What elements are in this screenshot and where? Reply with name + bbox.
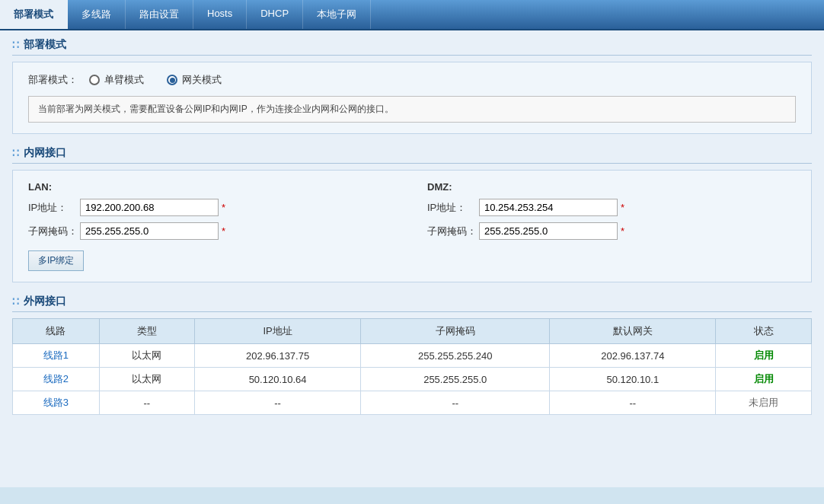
col-ip: IP地址	[195, 319, 361, 344]
deploy-mode-row: 部署模式： 单臂模式 网关模式	[28, 73, 796, 87]
table-cell: 202.96.137.74	[550, 344, 716, 368]
lan-ip-input[interactable]	[80, 199, 219, 216]
radio-single-arm-circle[interactable]	[89, 75, 100, 85]
tab-routing[interactable]: 路由设置	[126, 0, 193, 29]
dmz-mask-input[interactable]	[479, 222, 618, 240]
table-cell: --	[361, 391, 550, 415]
status-badge: 启用	[716, 368, 812, 391]
table-cell: 以太网	[99, 368, 195, 391]
radio-single-arm[interactable]: 单臂模式	[89, 73, 144, 87]
table-row: 线路2以太网50.120.10.64255.255.255.050.120.10…	[13, 368, 812, 391]
lan-mask-required: *	[222, 225, 225, 237]
deploy-section: 部署模式 部署模式： 单臂模式 网关模式 当前部署为网关模式，需要配置设备公网I…	[12, 38, 812, 134]
tab-hosts[interactable]: Hosts	[193, 0, 247, 29]
radio-gateway[interactable]: 网关模式	[167, 73, 222, 87]
table-cell: --	[550, 391, 716, 415]
deploy-mode-label: 部署模式：	[28, 73, 89, 87]
col-mask: 子网掩码	[361, 319, 550, 344]
dmz-ip-input[interactable]	[479, 199, 618, 216]
tab-dhcp[interactable]: DHCP	[247, 0, 303, 29]
table-row: 线路3--------未启用	[13, 391, 812, 415]
dmz-mask-required: *	[621, 225, 624, 237]
external-section-body: 线路 类型 IP地址 子网掩码 默认网关 状态 线路1以太网202.96.137…	[12, 318, 812, 415]
table-cell: 202.96.137.75	[195, 344, 361, 368]
main-content: 部署模式 部署模式： 单臂模式 网关模式 当前部署为网关模式，需要配置设备公网I…	[0, 30, 824, 487]
dmz-title: DMZ:	[427, 181, 796, 193]
status-badge: 未启用	[716, 391, 812, 415]
dmz-ip-label: IP地址：	[427, 201, 479, 215]
col-status: 状态	[716, 319, 812, 344]
col-gateway: 默认网关	[550, 319, 716, 344]
dmz-ip-required: *	[621, 202, 624, 213]
lan-title: LAN:	[28, 181, 397, 193]
lan-mask-row: 子网掩码： *	[28, 222, 397, 240]
line-link[interactable]: 线路3	[43, 397, 69, 408]
line-link[interactable]: 线路1	[43, 349, 69, 361]
table-cell: 50.120.10.1	[550, 368, 716, 391]
dmz-mask-row: 子网掩码： *	[427, 222, 796, 240]
external-table: 线路 类型 IP地址 子网掩码 默认网关 状态 线路1以太网202.96.137…	[12, 318, 812, 415]
radio-gateway-label: 网关模式	[182, 73, 222, 87]
dmz-ip-row: IP地址： *	[427, 199, 796, 216]
lan-mask-label: 子网掩码：	[28, 225, 80, 238]
deploy-section-body: 部署模式： 单臂模式 网关模式 当前部署为网关模式，需要配置设备公网IP和内网I…	[12, 62, 812, 134]
tab-bar: 部署模式 多线路 路由设置 Hosts DHCP 本地子网	[0, 0, 824, 30]
internal-section: 内网接口 LAN: IP地址： * 子网掩码： *	[12, 146, 812, 282]
tab-localnet[interactable]: 本地子网	[303, 0, 371, 29]
deploy-info-box: 当前部署为网关模式，需要配置设备公网IP和内网IP，作为连接企业内网和公网的接口…	[28, 96, 796, 123]
lan-ip-label: IP地址：	[28, 201, 80, 215]
table-cell: 255.255.255.0	[361, 368, 550, 391]
status-badge: 启用	[716, 344, 812, 368]
multi-ip-button[interactable]: 多IP绑定	[28, 250, 84, 271]
external-section: 外网接口 线路 类型 IP地址 子网掩码 默认网关 状态 线路1以太网202.9…	[12, 295, 812, 415]
deploy-section-title: 部署模式	[12, 38, 812, 56]
deploy-radio-group: 单臂模式 网关模式	[89, 73, 222, 87]
table-cell: --	[195, 391, 361, 415]
lan-ip-required: *	[222, 202, 225, 213]
external-section-title: 外网接口	[12, 295, 812, 312]
internal-section-body: LAN: IP地址： * 子网掩码： * 多IP绑定	[12, 170, 812, 282]
iface-row: LAN: IP地址： * 子网掩码： * 多IP绑定	[28, 181, 796, 271]
radio-single-arm-label: 单臂模式	[104, 73, 144, 87]
table-row: 线路1以太网202.96.137.75255.255.255.240202.96…	[13, 344, 812, 368]
radio-gateway-circle[interactable]	[167, 75, 177, 85]
dmz-col: DMZ: IP地址： * 子网掩码： *	[427, 181, 796, 271]
internal-section-title: 内网接口	[12, 146, 812, 164]
dmz-mask-label: 子网掩码：	[427, 225, 479, 238]
col-type: 类型	[99, 319, 195, 344]
table-cell: 50.120.10.64	[195, 368, 361, 391]
tab-deploy[interactable]: 部署模式	[0, 0, 68, 29]
table-cell: 以太网	[99, 344, 195, 368]
lan-ip-row: IP地址： *	[28, 199, 397, 216]
lan-mask-input[interactable]	[80, 222, 219, 240]
col-line: 线路	[13, 319, 100, 344]
line-link[interactable]: 线路2	[43, 373, 69, 384]
table-cell: 255.255.255.240	[361, 344, 550, 368]
table-cell: --	[99, 391, 195, 415]
tab-multiwan[interactable]: 多线路	[68, 0, 126, 29]
external-table-header-row: 线路 类型 IP地址 子网掩码 默认网关 状态	[13, 319, 812, 344]
lan-col: LAN: IP地址： * 子网掩码： * 多IP绑定	[28, 181, 397, 271]
